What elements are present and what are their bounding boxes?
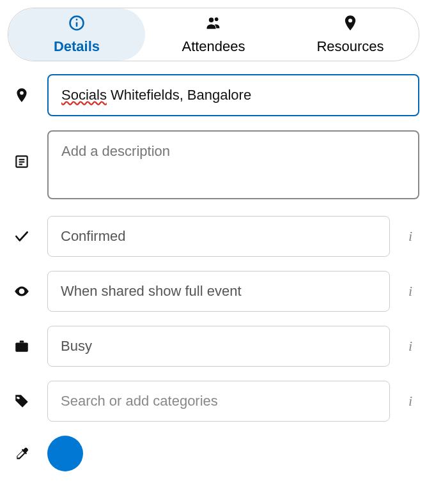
eyedropper-icon — [8, 445, 36, 462]
tab-label: Details — [54, 38, 100, 55]
eye-icon — [8, 283, 36, 300]
location-row: Socials Whitefields, Bangalore — [8, 74, 419, 116]
svg-point-9 — [20, 290, 23, 293]
location-input[interactable]: Socials Whitefields, Bangalore — [47, 74, 419, 116]
categories-info-icon[interactable]: i — [401, 393, 419, 409]
availability-row: Busy i — [8, 326, 419, 367]
tab-attendees[interactable]: Attendees — [145, 8, 282, 61]
location-word-misspelled: Socials — [61, 87, 107, 103]
color-row — [8, 436, 419, 471]
check-icon — [8, 228, 36, 245]
svg-point-11 — [18, 397, 20, 399]
description-input[interactable] — [47, 130, 419, 199]
color-swatch[interactable] — [47, 436, 83, 471]
svg-point-3 — [209, 18, 214, 22]
tabs: Details Attendees Resources — [8, 8, 419, 61]
visibility-row: When shared show full event i — [8, 271, 419, 312]
svg-point-2 — [76, 19, 78, 20]
location-pin-icon — [8, 87, 36, 103]
people-icon — [205, 14, 222, 36]
status-info-icon[interactable]: i — [401, 228, 419, 245]
description-row — [8, 130, 419, 202]
status-select[interactable]: Confirmed — [47, 216, 390, 257]
visibility-info-icon[interactable]: i — [401, 283, 419, 300]
svg-rect-10 — [15, 343, 28, 352]
tab-label: Resources — [316, 38, 384, 55]
location-rest: Whitefields, Bangalore — [107, 87, 251, 103]
visibility-select[interactable]: When shared show full event — [47, 271, 390, 312]
availability-info-icon[interactable]: i — [401, 338, 419, 355]
description-icon — [8, 153, 36, 170]
location-pin-icon — [341, 14, 359, 36]
status-row: Confirmed i — [8, 216, 419, 257]
categories-input[interactable] — [47, 381, 390, 422]
availability-select[interactable]: Busy — [47, 326, 390, 367]
briefcase-icon — [8, 338, 36, 355]
tag-icon — [8, 393, 36, 409]
tab-label: Attendees — [182, 38, 245, 55]
tab-resources[interactable]: Resources — [282, 8, 419, 61]
info-circle-icon — [68, 14, 86, 36]
categories-row: i — [8, 381, 419, 422]
svg-point-4 — [215, 17, 219, 21]
tab-details[interactable]: Details — [8, 8, 145, 61]
